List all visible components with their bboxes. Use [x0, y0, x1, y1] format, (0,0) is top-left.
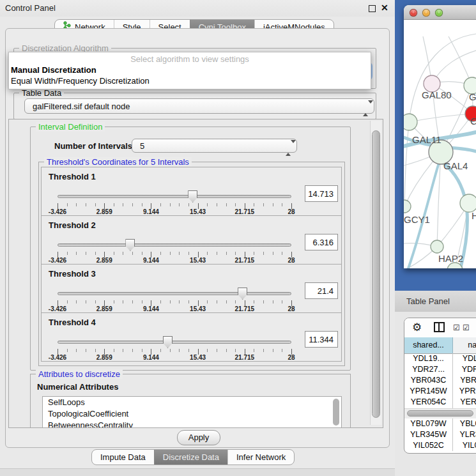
settings-vertical-scrollbar[interactable] [370, 121, 381, 425]
threshold-value-field[interactable]: 14.713 [305, 185, 338, 202]
cell-name: YPR145W [453, 386, 476, 397]
minimize-traffic-light[interactable] [422, 9, 430, 17]
tick-label: 28 [288, 257, 295, 264]
table-toolbar: ⚙ ☑ ☑ [404, 318, 476, 338]
checkbox-icon[interactable]: ☑ [463, 323, 470, 332]
threshold-value-field[interactable]: 6.316 [305, 234, 338, 250]
table-data-combobox-value: galFiltered.sif default node [33, 102, 130, 111]
threshold-panel-1: Threshold 1-3.4262.8599.14415.4321.71528… [41, 167, 342, 216]
table-row[interactable]: YDR27...YDR27... [404, 364, 476, 375]
settings-scrollbar-thumb[interactable] [372, 130, 380, 418]
numerical-attributes-list[interactable]: SelfLoopsTopologicalCoefficientBetweenne… [42, 396, 342, 428]
network-edge[interactable] [409, 114, 473, 122]
number-of-intervals-label: Number of Intervals [54, 141, 132, 151]
table-data-combobox[interactable]: galFiltered.sif default node [24, 98, 374, 114]
cell-shared-name: YBR043C [404, 375, 453, 386]
table-row[interactable]: YBL079WYBL079W [404, 418, 476, 429]
cell-shared-name: YLR345W [404, 429, 453, 440]
table-row[interactable]: YPR145WYPR145W [404, 386, 476, 397]
attribute-item-topologicalcoefficient[interactable]: TopologicalCoefficient [43, 408, 341, 420]
spinner-arrows-icon[interactable] [286, 141, 291, 151]
node-label-gal11: GAL11 [412, 134, 441, 145]
node-label-gal4: GAL4 [443, 160, 468, 171]
network-window-titlebar[interactable] [404, 5, 476, 20]
table-row[interactable]: YIL052CYIL052C [404, 440, 476, 451]
tab-discretize-data[interactable]: Discretize Data [154, 450, 227, 464]
threshold-slider[interactable] [58, 190, 292, 204]
attributes-list-scrollbar[interactable] [333, 399, 339, 426]
cell-shared-name: YDR27... [404, 364, 453, 375]
cell-shared-name: YDL19... [404, 353, 453, 364]
cell-name: YLR345W [453, 429, 476, 440]
threshold-slider[interactable] [58, 336, 292, 349]
threshold-label: Threshold 2 [49, 220, 96, 230]
apply-button[interactable]: Apply [177, 430, 220, 445]
table-data-title: Table Data [19, 88, 64, 98]
table-row[interactable]: YBR043CYBR043C [404, 375, 476, 386]
column-split-icon[interactable] [434, 322, 445, 332]
table-row[interactable]: YLR345WYLR345W [404, 429, 476, 440]
tick-label: -3.426 [49, 305, 66, 312]
zoom-traffic-light[interactable] [435, 9, 443, 17]
combo-arrows-icon[interactable] [363, 101, 369, 111]
tick-label: 21.715 [235, 257, 255, 264]
tick-label: 28 [288, 354, 295, 361]
algorithm-popup-hint: Select algorithm to view settings [9, 52, 371, 65]
cell-name: YIL052C [453, 440, 476, 451]
threshold-slider[interactable] [58, 288, 292, 301]
number-of-intervals-spinner[interactable]: 5 [132, 139, 297, 153]
tab-label-infer-network: Infer Network [236, 450, 286, 464]
tick-label: 15.43 [190, 305, 206, 312]
threshold-slider[interactable] [58, 239, 292, 252]
threshold-value-field[interactable]: 11.344 [305, 331, 338, 348]
threshold-coordinates-title: Threshold's Coordinates for 5 Intervals [44, 157, 192, 167]
table-hscrollbar-thumb[interactable] [407, 410, 473, 417]
slider-thumb[interactable] [188, 190, 197, 203]
gear-icon[interactable]: ⚙ [412, 321, 422, 334]
cell-name: YER054C [453, 397, 476, 408]
algorithm-option-equal-width-frequency-discretization[interactable]: Equal Width/Frequency Discretization [9, 75, 371, 86]
tick-label: 15.43 [190, 257, 206, 264]
network-canvas[interactable]: GAL80GACGAL11GAL4GCY1HHAP2 [404, 20, 476, 268]
tick-label: -3.426 [49, 208, 66, 215]
slider-thumb[interactable] [163, 336, 173, 348]
table-row[interactable]: YDL19...YDL19... [404, 353, 476, 364]
slider-track [58, 243, 291, 247]
column-header-name[interactable]: name [453, 337, 476, 353]
tick-label: 2.859 [96, 354, 112, 361]
tick-label: 21.715 [235, 305, 255, 312]
node-table-widget: ⚙ ☑ ☑ shared... name YDL19...YDL19...YDR… [404, 318, 476, 454]
algorithm-popup-options: Manual DiscretizationEqual Width/Frequen… [9, 65, 371, 86]
slider-thumb[interactable] [238, 288, 247, 300]
table-row[interactable]: YER054CYER054C [404, 397, 476, 408]
tick-label: 28 [288, 305, 295, 312]
float-window-icon[interactable] [369, 5, 376, 12]
settings-scrollpane: Interval Definition Number of Intervals … [8, 119, 383, 428]
control-panel-titlebar: Control Panel ✕ [0, 0, 395, 17]
threshold-coordinates-group: Threshold's Coordinates for 5 Intervals … [38, 162, 345, 366]
node-gcy1[interactable] [404, 200, 411, 213]
bottom-tab-bar: Impute DataDiscretize DataInfer Network [91, 449, 295, 465]
column-header-shared-name[interactable]: shared... [404, 337, 453, 353]
table-horizontal-scrollbar[interactable] [404, 408, 476, 418]
attribute-item-betweennesscentrality[interactable]: BetweennessCentrality [43, 420, 341, 428]
node-right-mid[interactable] [460, 194, 476, 212]
panel-footer-strip [0, 468, 395, 476]
close-traffic-light[interactable] [410, 9, 417, 17]
checkbox-icon[interactable]: ☑ [453, 323, 460, 332]
tab-infer-network[interactable]: Infer Network [227, 450, 294, 464]
number-of-intervals-value: 5 [140, 141, 144, 151]
algorithm-option-manual-discretization[interactable]: Manual Discretization [9, 65, 371, 75]
tick-label: 28 [288, 208, 295, 215]
slider-thumb[interactable] [125, 239, 135, 251]
cyni-toolbox-pane: Discretization Algorithm Select algorith… [5, 28, 390, 448]
tab-impute-data[interactable]: Impute Data [92, 450, 154, 464]
network-edge[interactable] [409, 34, 476, 122]
threshold-value-field[interactable]: 21.4 [305, 282, 338, 299]
node-hap2[interactable] [431, 240, 443, 253]
attribute-item-selfloops[interactable]: SelfLoops [43, 397, 341, 408]
cell-shared-name: YPR145W [404, 386, 453, 397]
close-icon[interactable]: ✕ [381, 3, 388, 13]
node-gal11[interactable] [404, 114, 417, 130]
tick-label: 2.859 [96, 257, 112, 264]
